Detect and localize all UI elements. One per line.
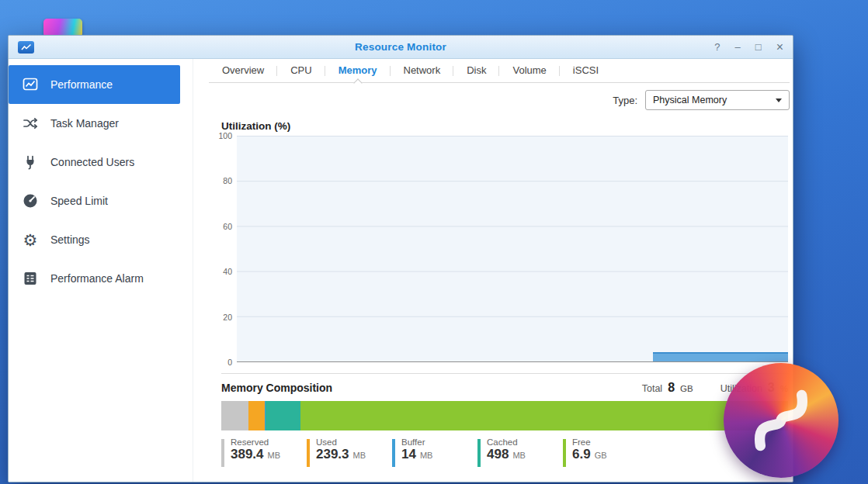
bar-segment-reserved — [221, 401, 248, 430]
memory-composition-title: Memory Composition — [221, 382, 332, 394]
legend-value: 498 — [487, 447, 509, 462]
sidebar-item-label: Speed Limit — [50, 195, 108, 207]
main-panel: Overview CPU Memory Network Disk Volume … — [193, 59, 793, 482]
sidebar-item-settings[interactable]: ⚙ Settings — [9, 220, 193, 259]
legend-item-free: Free 6.9GB — [563, 437, 648, 467]
resource-monitor-app-icon — [18, 41, 34, 54]
legend-item-cached: Cached 498MB — [477, 437, 563, 467]
sidebar-item-label: Task Manager — [50, 117, 119, 130]
maximize-icon[interactable]: □ — [755, 42, 762, 52]
legend-label: Free — [572, 437, 607, 447]
legend-unit: MB — [268, 451, 281, 460]
sidebar-item-connected-users[interactable]: Connected Users — [9, 143, 193, 182]
tab-iscsi[interactable]: iSCSI — [560, 59, 612, 82]
legend-unit: MB — [420, 451, 433, 460]
resource-monitor-window: Resource Monitor ? – □ × Performance Tas… — [8, 35, 793, 482]
sidebar-item-task-manager[interactable]: Task Manager — [9, 104, 193, 143]
legend-label: Buffer — [401, 437, 432, 447]
type-selector-row: Type: Physical Memory — [209, 83, 790, 117]
speedometer-icon — [21, 192, 40, 210]
sidebar-item-speed-limit[interactable]: Speed Limit — [9, 182, 193, 220]
total-unit: GB — [680, 384, 693, 393]
utilization-chart: 020406080100 — [237, 136, 788, 362]
watermark-logo — [724, 363, 838, 478]
tab-memory-label: Memory — [339, 64, 377, 76]
plug-icon — [21, 153, 40, 171]
tab-bar: Overview CPU Memory Network Disk Volume … — [209, 59, 790, 83]
chart-plot-area — [237, 136, 788, 362]
legend-item-buffer: Buffer 14MB — [392, 437, 477, 467]
legend-label: Used — [316, 437, 366, 447]
alarm-list-icon — [21, 269, 40, 288]
sidebar-item-label: Performance — [50, 78, 113, 91]
help-icon[interactable]: ? — [714, 42, 720, 52]
legend-unit: GB — [595, 451, 607, 460]
legend-unit: MB — [353, 451, 366, 460]
legend-marker — [221, 439, 224, 467]
chevron-down-icon — [776, 99, 782, 102]
sidebar-item-performance-alarm[interactable]: Performance Alarm — [9, 259, 193, 298]
tab-disk[interactable]: Disk — [453, 59, 499, 82]
chart-title: Utilization (%) — [221, 120, 790, 132]
total-label: Total — [642, 383, 662, 394]
minimize-icon[interactable]: – — [735, 42, 741, 52]
legend-label: Reserved — [231, 437, 280, 447]
performance-chart-icon — [21, 75, 40, 94]
memory-composition-bar — [221, 401, 788, 430]
legend-value: 6.9 — [572, 447, 591, 462]
legend-value: 239.3 — [316, 447, 349, 462]
memory-type-dropdown[interactable]: Physical Memory — [645, 90, 790, 110]
close-icon[interactable]: × — [776, 41, 783, 54]
sidebar-item-label: Performance Alarm — [50, 272, 144, 285]
memory-composition-section: Memory Composition Total 8 GB Utilizatio… — [221, 362, 788, 478]
tab-volume[interactable]: Volume — [499, 59, 559, 82]
window-titlebar[interactable]: Resource Monitor ? – □ × — [9, 36, 793, 59]
legend-label: Cached — [487, 437, 526, 447]
legend-marker — [392, 439, 395, 467]
task-manager-icon — [21, 114, 40, 133]
bar-segment-cached — [266, 401, 300, 430]
legend-marker — [563, 439, 566, 467]
bar-segment-free — [300, 401, 788, 430]
memory-legend: Reserved 389.4MB Used 239.3MB Buffer 14M… — [221, 437, 788, 478]
tab-memory[interactable]: Memory — [325, 59, 391, 82]
window-title: Resource Monitor — [355, 41, 446, 53]
gear-icon: ⚙ — [21, 230, 40, 249]
bar-segment-used — [248, 401, 265, 430]
legend-unit: MB — [512, 451, 526, 460]
legend-item-used: Used 239.3MB — [307, 437, 392, 467]
tab-network[interactable]: Network — [391, 59, 454, 82]
legend-value: 14 — [401, 447, 416, 462]
legend-marker — [477, 439, 481, 467]
memory-type-value: Physical Memory — [653, 95, 727, 105]
legend-item-reserved: Reserved 389.4MB — [221, 437, 307, 467]
memory-composition-header: Memory Composition Total 8 GB Utilizatio… — [221, 373, 788, 395]
sidebar-item-label: Connected Users — [50, 156, 134, 168]
window-controls: ? – □ × — [714, 36, 783, 58]
utilization-area-fill — [653, 352, 788, 361]
sidebar: Performance Task Manager Connected Users… — [9, 59, 193, 482]
sidebar-item-performance[interactable]: Performance — [9, 65, 180, 104]
tab-cpu[interactable]: CPU — [277, 59, 325, 82]
sidebar-item-label: Settings — [50, 233, 90, 246]
total-value: 8 — [668, 381, 675, 395]
legend-value: 389.4 — [231, 447, 264, 462]
legend-marker — [307, 439, 310, 467]
type-label: Type: — [613, 95, 637, 106]
tab-overview[interactable]: Overview — [209, 59, 277, 82]
